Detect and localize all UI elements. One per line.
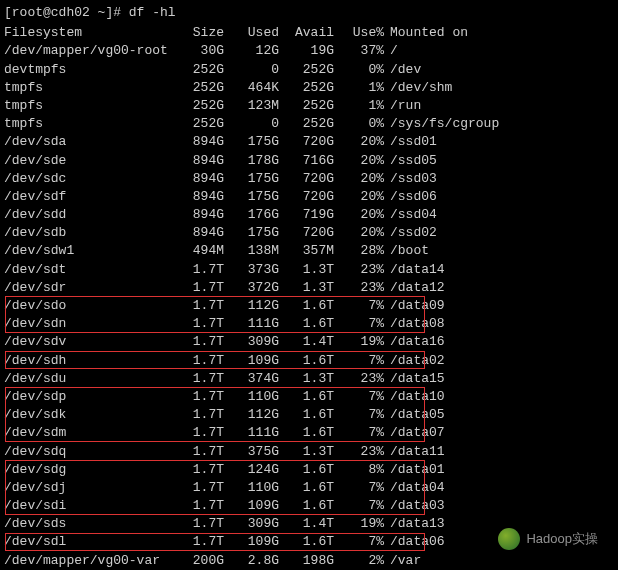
cell-used: 111G	[224, 315, 279, 333]
cell-used: 111G	[224, 424, 279, 442]
cell-filesystem: /dev/sdk	[4, 406, 169, 424]
cell-used: 109G	[224, 533, 279, 551]
cell-used: 175G	[224, 170, 279, 188]
cell-used: 109G	[224, 497, 279, 515]
cell-used: 175G	[224, 188, 279, 206]
cell-used: 178G	[224, 152, 279, 170]
cell-size: 894G	[169, 206, 224, 224]
cell-size: 894G	[169, 152, 224, 170]
table-row: /dev/sdm1.7T111G1.6T7%/data07	[4, 424, 614, 442]
cell-usep: 2%	[334, 552, 384, 570]
cell-size: 894G	[169, 224, 224, 242]
cell-usep: 0%	[334, 115, 384, 133]
wechat-icon	[498, 528, 520, 550]
cell-avail: 1.3T	[279, 370, 334, 388]
table-row: /dev/sdi1.7T109G1.6T7%/data03	[4, 497, 614, 515]
cell-size: 1.7T	[169, 424, 224, 442]
cell-filesystem: /dev/sdq	[4, 443, 169, 461]
cell-mount: /data13	[384, 515, 445, 533]
cell-size: 252G	[169, 115, 224, 133]
cell-usep: 1%	[334, 97, 384, 115]
cell-used: 309G	[224, 333, 279, 351]
cell-usep: 20%	[334, 206, 384, 224]
cell-size: 252G	[169, 61, 224, 79]
cell-avail: 1.6T	[279, 352, 334, 370]
cell-avail: 252G	[279, 79, 334, 97]
cell-mount: /data04	[384, 479, 445, 497]
cell-avail: 1.4T	[279, 333, 334, 351]
cell-used: 0	[224, 61, 279, 79]
cell-mount: /data09	[384, 297, 445, 315]
cell-avail: 716G	[279, 152, 334, 170]
cell-used: 110G	[224, 479, 279, 497]
cell-filesystem: /dev/sdn	[4, 315, 169, 333]
cell-usep: 23%	[334, 279, 384, 297]
cell-used: 464K	[224, 79, 279, 97]
table-row: /dev/sdh1.7T109G1.6T7%/data02	[4, 352, 614, 370]
cell-used: 0	[224, 115, 279, 133]
cell-filesystem: /dev/sdt	[4, 261, 169, 279]
cell-mount: /ssd02	[384, 224, 437, 242]
table-row: /dev/sdg1.7T124G1.6T8%/data01	[4, 461, 614, 479]
cell-filesystem: /dev/sdj	[4, 479, 169, 497]
cell-size: 1.7T	[169, 297, 224, 315]
cell-avail: 19G	[279, 42, 334, 60]
cell-mount: /data07	[384, 424, 445, 442]
cell-mount: /data10	[384, 388, 445, 406]
table-row: /dev/mapper/vg00-root30G12G19G37%/	[4, 42, 614, 60]
cell-avail: 1.6T	[279, 533, 334, 551]
cell-filesystem: /dev/sdg	[4, 461, 169, 479]
cell-used: 374G	[224, 370, 279, 388]
cell-usep: 28%	[334, 242, 384, 260]
table-row: /dev/mapper/vg00-var200G2.8G198G2%/var	[4, 552, 614, 570]
cell-usep: 7%	[334, 297, 384, 315]
cell-usep: 20%	[334, 224, 384, 242]
cell-mount: /dev/shm	[384, 79, 452, 97]
cell-usep: 20%	[334, 152, 384, 170]
cell-size: 1.7T	[169, 352, 224, 370]
cell-mount: /data05	[384, 406, 445, 424]
cell-usep: 7%	[334, 315, 384, 333]
table-row: tmpfs252G123M252G1%/run	[4, 97, 614, 115]
cell-avail: 1.3T	[279, 279, 334, 297]
table-row: tmpfs252G0252G0%/sys/fs/cgroup	[4, 115, 614, 133]
cell-used: 12G	[224, 42, 279, 60]
cell-avail: 720G	[279, 224, 334, 242]
cell-usep: 7%	[334, 533, 384, 551]
cell-avail: 1.6T	[279, 479, 334, 497]
cell-size: 894G	[169, 188, 224, 206]
cell-size: 1.7T	[169, 406, 224, 424]
header-mount: Mounted on	[384, 24, 468, 42]
cell-mount: /data03	[384, 497, 445, 515]
cell-avail: 720G	[279, 133, 334, 151]
cell-used: 138M	[224, 242, 279, 260]
cell-filesystem: /dev/sdu	[4, 370, 169, 388]
table-row: /dev/sdb894G175G720G20%/ssd02	[4, 224, 614, 242]
cell-filesystem: /dev/sdb	[4, 224, 169, 242]
cell-mount: /dev	[384, 61, 421, 79]
cell-used: 176G	[224, 206, 279, 224]
cell-usep: 23%	[334, 443, 384, 461]
cell-filesystem: /dev/sdc	[4, 170, 169, 188]
cell-filesystem: /dev/sdi	[4, 497, 169, 515]
header-filesystem: Filesystem	[4, 24, 169, 42]
cell-filesystem: /dev/sds	[4, 515, 169, 533]
table-row: /dev/sdq1.7T375G1.3T23%/data11	[4, 443, 614, 461]
cell-mount: /data01	[384, 461, 445, 479]
cell-mount: /data12	[384, 279, 445, 297]
cell-mount: /var	[384, 552, 421, 570]
cell-avail: 1.6T	[279, 388, 334, 406]
cell-used: 175G	[224, 133, 279, 151]
cell-usep: 0%	[334, 61, 384, 79]
cell-usep: 8%	[334, 461, 384, 479]
cell-size: 1.7T	[169, 279, 224, 297]
table-row: /dev/sda894G175G720G20%/ssd01	[4, 133, 614, 151]
cell-usep: 7%	[334, 497, 384, 515]
cell-size: 1.7T	[169, 515, 224, 533]
cell-mount: /ssd04	[384, 206, 437, 224]
table-row: /dev/sdd894G176G719G20%/ssd04	[4, 206, 614, 224]
header-used: Used	[224, 24, 279, 42]
cell-avail: 1.6T	[279, 424, 334, 442]
table-row: /dev/sdc894G175G720G20%/ssd03	[4, 170, 614, 188]
cell-mount: /data08	[384, 315, 445, 333]
